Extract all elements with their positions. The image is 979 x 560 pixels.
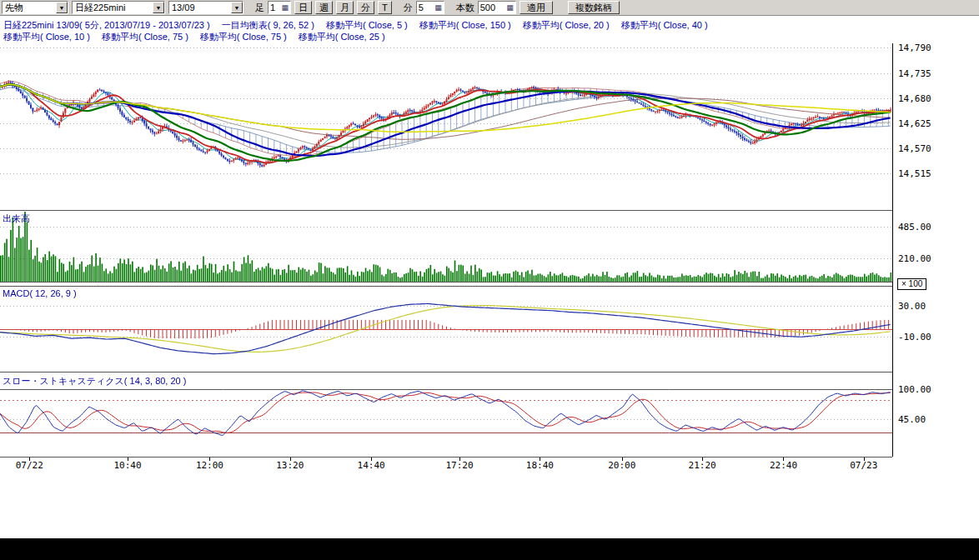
legend-item-ma75b: 移動平均( Close, 75 ) [200, 31, 287, 43]
panel-divider [0, 457, 892, 458]
bar-count-label: 本数 [456, 2, 474, 14]
symbol-select[interactable]: 日経225mini ▼ [72, 1, 165, 14]
bar-type-month-button[interactable]: 月 [336, 1, 354, 14]
price-axis-border [892, 43, 893, 457]
legend-item-ma5: 移動平均( Close, 5 ) [326, 19, 408, 32]
chevron-down-icon[interactable]: ▼ [56, 2, 68, 13]
bar-interval-value: 1 [270, 2, 275, 12]
price-chart-canvas[interactable] [0, 43, 892, 210]
minutes-input[interactable]: 5 ▦ [416, 1, 444, 14]
x-axis-label: 18:40 [526, 460, 554, 471]
x-axis-label: 17:20 [445, 460, 473, 471]
apply-button[interactable]: 適用 [520, 1, 553, 14]
toolbar: 先物 ▼ 日経225mini ▼ 13/09 ▼ 足 1 ▦ 日 週 月 分 T… [0, 0, 979, 16]
panel-divider [0, 286, 892, 287]
x-axis-label: 07/23 [850, 460, 877, 471]
volume-unit-badge: × 100 [897, 278, 926, 290]
bar-type-minute-button[interactable]: 分 [357, 1, 374, 14]
legend-item-ma75: 移動平均( Close, 75 ) [102, 31, 188, 43]
panel-divider [0, 372, 892, 372]
volume-panel-title: 出来高 [3, 212, 30, 225]
grid-icon: ▦ [434, 4, 442, 12]
instrument-type-value: 先物 [5, 2, 54, 14]
x-axis-label: 14:40 [358, 460, 385, 471]
symbol-value: 日経225mini [75, 2, 151, 14]
contract-month-select[interactable]: 13/09 ▼ [168, 1, 243, 14]
legend-item-ma20: 移動平均( Close, 20 ) [523, 19, 610, 32]
grid-icon: ▦ [506, 4, 514, 12]
minutes-label: 分 [404, 2, 413, 14]
bar-interval-input[interactable]: 1 ▦ [268, 1, 291, 14]
y-axis-label: 485.00 [898, 222, 931, 232]
chart-title: 日経225mini 13/09( 5分, 2013/07/19 - 2013/0… [3, 19, 210, 32]
y-axis-label: 14,515 [898, 168, 931, 179]
y-axis-label: 14,625 [898, 118, 931, 129]
legend-item-ma40: 移動平均( Close, 40 ) [621, 19, 708, 32]
x-axis-label: 20:00 [608, 460, 635, 471]
legend-item-ma25: 移動平均( Close, 25 ) [299, 31, 385, 43]
chart-legend-line2: 移動平均( Close, 10 ) 移動平均( Close, 75 ) 移動平均… [3, 31, 385, 43]
x-axis-label: 12:00 [196, 460, 223, 471]
multi-symbol-button[interactable]: 複数銘柄 [568, 1, 620, 14]
panel-divider [0, 210, 892, 211]
x-axis-label: 21:20 [689, 460, 716, 471]
bar-count-value: 500 [480, 2, 495, 12]
chevron-down-icon[interactable]: ▼ [153, 2, 164, 13]
chart-legend-line1: 日経225mini 13/09( 5分, 2013/07/19 - 2013/0… [3, 19, 708, 32]
y-axis-label: 100.00 [898, 384, 931, 395]
stochastics-panel-title: スロー・ストキャスティクス( 14, 3, 80, 20 ) [3, 375, 186, 388]
bar-type-week-button[interactable]: 週 [315, 1, 333, 14]
grid-icon: ▦ [281, 4, 289, 12]
x-axis-label: 22:40 [770, 460, 797, 471]
y-axis-label: 45.00 [898, 414, 926, 425]
y-axis-label: 14,570 [898, 143, 931, 154]
volume-chart-canvas[interactable] [0, 212, 892, 282]
legend-item-ma10: 移動平均( Close, 10 ) [3, 31, 90, 43]
contract-month-value: 13/09 [172, 2, 229, 12]
legend-item-ma150: 移動平均( Close, 150 ) [419, 19, 511, 32]
chart-application-window: 先物 ▼ 日経225mini ▼ 13/09 ▼ 足 1 ▦ 日 週 月 分 T… [0, 0, 979, 560]
y-axis-label: 14,735 [898, 68, 931, 79]
macd-panel-title: MACD( 12, 26, 9 ) [3, 288, 77, 298]
bar-type-day-button[interactable]: 日 [294, 1, 312, 14]
bottom-black-bar [0, 538, 979, 560]
bar-type-tick-button[interactable]: T [378, 1, 392, 14]
x-axis-label: 07/22 [16, 460, 43, 471]
y-axis-label: 14,790 [898, 42, 931, 53]
x-axis-label: 13:20 [276, 460, 304, 471]
panel-divider [0, 282, 892, 282]
instrument-type-select[interactable]: 先物 ▼ [2, 1, 68, 14]
chevron-down-icon[interactable]: ▼ [231, 2, 243, 13]
bar-type-label: 足 [255, 2, 264, 14]
y-axis-label: -10.00 [898, 332, 931, 342]
x-axis-label: 10:40 [113, 460, 141, 471]
macd-chart-canvas[interactable] [0, 287, 892, 372]
y-axis-label: 210.00 [898, 253, 931, 264]
legend-item-ichimoku: 一目均衡表( 9, 26, 52 ) [222, 19, 314, 32]
y-axis-label: 14,680 [898, 93, 931, 104]
minutes-value: 5 [419, 2, 424, 12]
y-axis-label: 30.00 [898, 301, 926, 312]
bar-count-input[interactable]: 500 ▦ [478, 1, 516, 14]
